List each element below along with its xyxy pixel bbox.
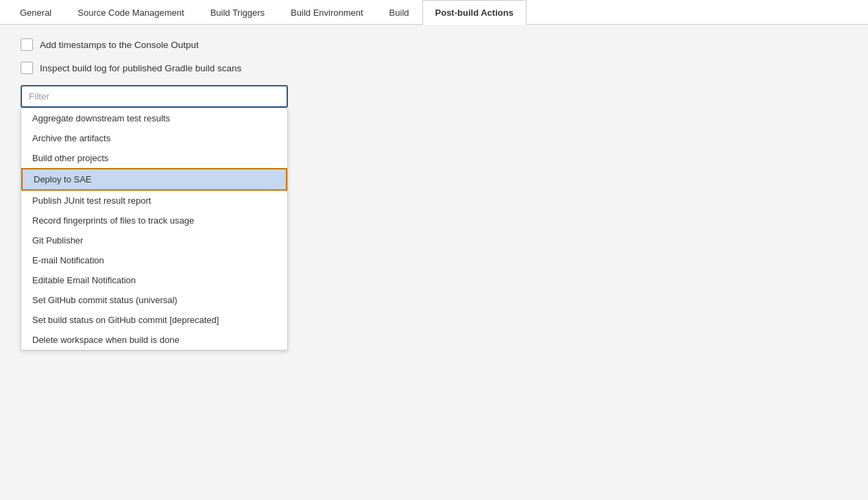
- dropdown-item-git-publisher[interactable]: Git Publisher: [21, 230, 287, 250]
- dropdown-item-github-deprecated[interactable]: Set build status on GitHub commit [depre…: [21, 310, 287, 330]
- main-content: Add timestamps to the Console Output Ins…: [0, 25, 868, 226]
- checkbox-timestamps-label: Add timestamps to the Console Output: [40, 40, 199, 50]
- tab-bar: General Source Code Management Build Tri…: [0, 0, 868, 25]
- dropdown-item-deploy-sae[interactable]: Deploy to SAE: [21, 168, 287, 191]
- filter-input[interactable]: [21, 85, 288, 108]
- dropdown-menu: Aggregate downstream test results Archiv…: [21, 108, 288, 350]
- tab-post-build[interactable]: Post-build Actions: [422, 0, 527, 25]
- checkbox-gradle[interactable]: [21, 62, 33, 74]
- tab-build-environment[interactable]: Build Environment: [278, 0, 376, 25]
- checkbox-timestamps[interactable]: [21, 38, 33, 51]
- dropdown-item-build-other[interactable]: Build other projects: [21, 148, 287, 168]
- dropdown-item-github-status[interactable]: Set GitHub commit status (universal): [21, 290, 287, 310]
- tab-source-code[interactable]: Source Code Management: [64, 0, 197, 25]
- dropdown-item-aggregate[interactable]: Aggregate downstream test results: [21, 108, 287, 128]
- dropdown-item-archive[interactable]: Archive the artifacts: [21, 128, 287, 148]
- tab-build-triggers[interactable]: Build Triggers: [197, 0, 278, 25]
- dropdown-item-editable-email[interactable]: Editable Email Notification: [21, 270, 287, 290]
- filter-container: Aggregate downstream test results Archiv…: [21, 85, 288, 108]
- checkbox-row-timestamps: Add timestamps to the Console Output: [21, 38, 847, 51]
- checkbox-gradle-label: Inspect build log for published Gradle b…: [40, 63, 241, 73]
- page-wrapper: General Source Code Management Build Tri…: [0, 0, 868, 500]
- checkbox-row-gradle: Inspect build log for published Gradle b…: [21, 62, 847, 74]
- dropdown-item-publish-junit[interactable]: Publish JUnit test result report: [21, 191, 287, 211]
- tab-general[interactable]: General: [7, 0, 64, 25]
- tab-build[interactable]: Build: [376, 0, 422, 25]
- dropdown-item-delete-workspace[interactable]: Delete workspace when build is done: [21, 330, 287, 350]
- dropdown-item-email[interactable]: E-mail Notification: [21, 250, 287, 270]
- dropdown-item-record-fingerprints[interactable]: Record fingerprints of files to track us…: [21, 211, 287, 230]
